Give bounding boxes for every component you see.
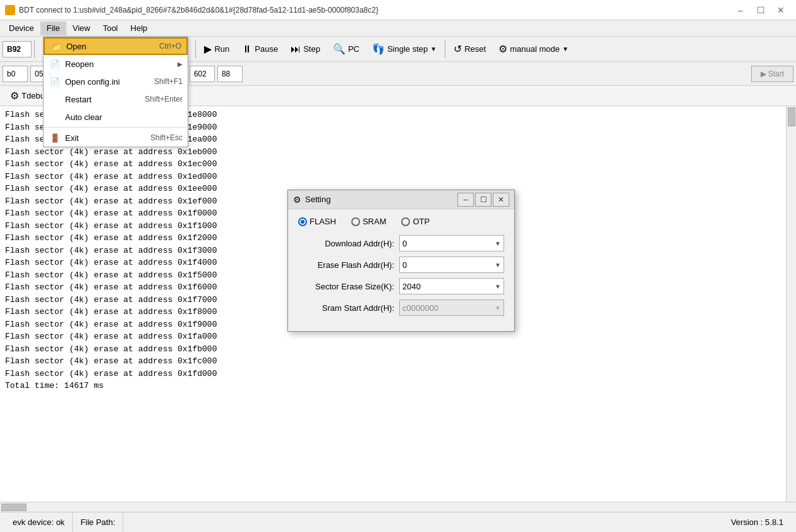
- v-scroll-thumb[interactable]: [788, 107, 795, 126]
- pc-label: PC: [348, 44, 359, 54]
- reset-icon: ↺: [454, 43, 462, 55]
- restart-icon: [49, 93, 61, 106]
- setting-dialog: ⚙ Setting – ☐ ✕ FLASH SRAM OTP Download …: [287, 190, 515, 332]
- open-config-shortcut: Shift+F1: [154, 77, 183, 86]
- manual-mode-icon: ⚙: [498, 43, 507, 55]
- version-status: Version : 5.8.1: [723, 512, 791, 532]
- exit-label: Exit: [65, 133, 150, 143]
- dialog-close[interactable]: ✕: [493, 193, 509, 207]
- h-scroll-thumb[interactable]: [1, 504, 27, 511]
- reset-label: Reset: [464, 44, 486, 54]
- download-addr-select[interactable]: 0 ▼: [399, 235, 504, 251]
- dialog-title: Setting: [305, 195, 457, 204]
- app-icon: [5, 5, 15, 15]
- single-step-label: Single step: [387, 44, 428, 54]
- run-icon: ▶: [204, 43, 212, 55]
- exit-icon: 🚪: [49, 131, 61, 144]
- close-button[interactable]: ✕: [771, 0, 791, 20]
- sram-addr-label: Sram Start Addr(H):: [298, 303, 399, 313]
- sector-size-label: Sector Erase Size(K):: [298, 282, 399, 291]
- reopen-icon: 📄: [49, 57, 61, 70]
- step-label: Step: [303, 44, 320, 54]
- download-addr-arrow: ▼: [495, 240, 501, 247]
- exit-shortcut: Shift+Esc: [150, 133, 183, 142]
- file-path-status: File Path:: [73, 512, 123, 532]
- pause-button[interactable]: ⏸ Pause: [236, 39, 284, 59]
- dialog-titlebar: ⚙ Setting – ☐ ✕: [288, 190, 514, 209]
- radio-flash-label: FLASH: [310, 217, 336, 226]
- v-scrollbar[interactable]: [786, 106, 796, 502]
- single-step-button[interactable]: 👣 Single step ▼: [366, 39, 442, 59]
- title-bar: BDT connect to 1:usb#vid_248a&pid_8266#7…: [0, 0, 796, 20]
- config-icon: 📄: [49, 75, 61, 88]
- step-button[interactable]: ⏭ Step: [285, 39, 326, 59]
- sector-size-select[interactable]: 2040 ▼: [399, 278, 504, 294]
- field-row-download-addr: Download Addr(H): 0 ▼: [298, 235, 504, 251]
- menu-tool[interactable]: Tool: [97, 21, 124, 35]
- erase-addr-select[interactable]: 0 ▼: [399, 257, 504, 273]
- debug-val5: 602: [190, 66, 215, 82]
- menu-device[interactable]: Device: [3, 21, 40, 35]
- open-icon: 📂: [50, 40, 63, 52]
- download-addr-label: Download Addr(H):: [298, 239, 399, 248]
- restart-shortcut: Shift+Enter: [145, 95, 183, 104]
- radio-sram[interactable]: SRAM: [351, 217, 387, 226]
- manual-mode-arrow: ▼: [562, 45, 569, 52]
- radio-group: FLASH SRAM OTP: [298, 217, 504, 226]
- debug-val1: b0: [3, 66, 28, 82]
- tdebug-icon: ⚙: [10, 90, 19, 102]
- erase-addr-arrow: ▼: [495, 262, 501, 269]
- start-button[interactable]: ▶ Start: [751, 66, 793, 82]
- file-dropdown: 📂 Open Ctrl+O 📄 Reopen ▶ 📄 Open config.i…: [43, 37, 188, 147]
- pc-icon: 🔍: [333, 43, 346, 55]
- reopen-arrow: ▶: [178, 61, 183, 68]
- sram-addr-value: c0000000: [402, 303, 438, 313]
- radio-sram-circle: [351, 217, 360, 226]
- radio-otp-circle: [401, 217, 410, 226]
- auto-clear-icon: [49, 111, 61, 123]
- start-label: Start: [768, 70, 784, 78]
- manual-mode-button[interactable]: ⚙ manual mode ▼: [493, 39, 574, 59]
- single-step-icon: 👣: [372, 43, 385, 55]
- menu-auto-clear[interactable]: Auto clear: [44, 108, 188, 126]
- field-row-sector-size: Sector Erase Size(K): 2040 ▼: [298, 278, 504, 294]
- run-button[interactable]: ▶ Run: [198, 39, 235, 59]
- menu-file[interactable]: File: [40, 21, 66, 35]
- radio-flash[interactable]: FLASH: [298, 217, 336, 226]
- sram-addr-select: c0000000 ▼: [399, 299, 504, 316]
- radio-otp[interactable]: OTP: [401, 217, 430, 226]
- erase-addr-value: 0: [402, 260, 407, 270]
- minimize-button[interactable]: –: [730, 0, 751, 20]
- sector-size-arrow: ▼: [495, 283, 501, 290]
- radio-otp-label: OTP: [413, 217, 430, 226]
- menu-restart[interactable]: Restart Shift+Enter: [44, 90, 188, 108]
- sector-size-value: 2040: [402, 282, 421, 291]
- erase-addr-label: Erase Flash Addr(H):: [298, 260, 399, 270]
- field-row-sram-addr: Sram Start Addr(H): c0000000 ▼: [298, 299, 504, 316]
- dialog-body: FLASH SRAM OTP Download Addr(H): 0 ▼ Era…: [288, 209, 514, 331]
- window-controls: – ☐ ✕: [730, 0, 791, 20]
- h-scrollbar[interactable]: [0, 502, 796, 512]
- menu-separator: [44, 127, 188, 128]
- radio-flash-circle: [298, 217, 307, 226]
- dialog-maximize[interactable]: ☐: [475, 193, 491, 207]
- menu-bar: Device File View Tool Help 📂 Open Ctrl+O…: [0, 20, 796, 37]
- manual-mode-label: manual mode: [510, 44, 560, 54]
- status-bar: evk device: ok File Path: Version : 5.8.…: [0, 512, 796, 532]
- debug-val6: 88: [217, 66, 243, 82]
- field-row-erase-addr: Erase Flash Addr(H): 0 ▼: [298, 257, 504, 273]
- dialog-controls: – ☐ ✕: [457, 193, 509, 207]
- menu-reopen[interactable]: 📄 Reopen ▶: [44, 55, 188, 73]
- reset-button[interactable]: ↺ Reset: [448, 39, 491, 59]
- menu-open[interactable]: 📂 Open Ctrl+O: [44, 37, 188, 55]
- dialog-minimize[interactable]: –: [457, 193, 474, 207]
- single-step-arrow: ▼: [430, 45, 437, 52]
- sram-addr-arrow: ▼: [495, 305, 501, 311]
- maximize-button[interactable]: ☐: [751, 0, 771, 20]
- menu-exit[interactable]: 🚪 Exit Shift+Esc: [44, 129, 188, 147]
- menu-help[interactable]: Help: [124, 21, 154, 35]
- window-title: BDT connect to 1:usb#vid_248a&pid_8266#7…: [19, 6, 730, 15]
- menu-open-config[interactable]: 📄 Open config.ini Shift+F1: [44, 73, 188, 90]
- menu-view[interactable]: View: [66, 21, 97, 35]
- pc-button[interactable]: 🔍 PC: [327, 39, 365, 59]
